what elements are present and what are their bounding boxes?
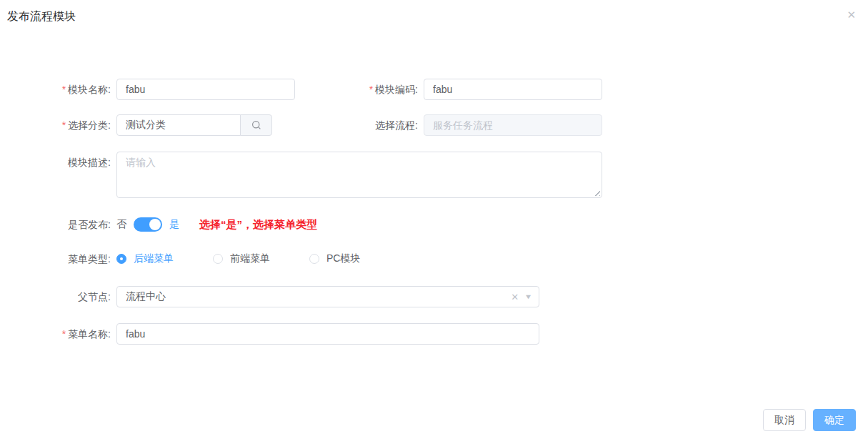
category-label: *选择分类: bbox=[0, 114, 116, 136]
radio-unselected-icon bbox=[213, 254, 223, 264]
radio-unselected-icon bbox=[309, 254, 319, 264]
radio-frontend-menu[interactable]: 前端菜单 bbox=[213, 252, 289, 265]
publish-module-dialog: 发布流程模块 ✕ *模块名称: *模块编码: *选择分类: 选择流程: 模块描述… bbox=[0, 0, 868, 439]
field-module-name: *模块名称: bbox=[0, 79, 295, 100]
radio-backend-menu[interactable]: 后端菜单 bbox=[116, 252, 193, 265]
cancel-button[interactable]: 取消 bbox=[763, 409, 806, 431]
field-parent-node: 父节点: 流程中心 ✕ ▼ bbox=[0, 286, 539, 307]
category-input-group bbox=[116, 114, 272, 136]
description-textarea[interactable] bbox=[116, 152, 602, 198]
radio-selected-icon bbox=[116, 254, 126, 264]
dialog-title: 发布流程模块 bbox=[7, 9, 76, 24]
module-code-input[interactable] bbox=[424, 79, 602, 100]
required-marker: * bbox=[62, 328, 66, 340]
publish-toggle[interactable] bbox=[134, 217, 162, 232]
field-process: 选择流程: bbox=[295, 114, 602, 136]
radio-pc-module[interactable]: PC模块 bbox=[309, 252, 386, 265]
field-module-code: *模块编码: bbox=[295, 79, 602, 100]
category-input[interactable] bbox=[116, 114, 241, 136]
publish-hint-text: 选择“是”，选择菜单类型 bbox=[199, 218, 317, 232]
search-icon bbox=[251, 120, 261, 130]
toggle-on-label: 是 bbox=[169, 218, 179, 231]
field-description: 模块描述: bbox=[0, 152, 602, 198]
module-code-label: *模块编码: bbox=[295, 79, 424, 100]
menu-type-label: 菜单类型: bbox=[0, 252, 116, 266]
category-search-button[interactable] bbox=[240, 114, 272, 136]
field-menu-type: 菜单类型: 后端菜单 前端菜单 PC模块 bbox=[0, 252, 406, 266]
required-marker: * bbox=[62, 84, 66, 95]
dialog-footer: 取消 确定 bbox=[763, 409, 856, 431]
field-category: *选择分类: bbox=[0, 114, 272, 136]
required-marker: * bbox=[62, 119, 66, 131]
confirm-button[interactable]: 确定 bbox=[813, 409, 856, 431]
toggle-knob-icon bbox=[149, 219, 161, 230]
required-marker: * bbox=[369, 84, 373, 95]
module-name-label: *模块名称: bbox=[0, 79, 116, 100]
field-menu-name: *菜单名称: bbox=[0, 323, 539, 345]
module-name-input[interactable] bbox=[116, 79, 295, 100]
parent-node-label: 父节点: bbox=[0, 286, 116, 307]
menu-name-label: *菜单名称: bbox=[0, 323, 116, 345]
clear-icon[interactable]: ✕ bbox=[511, 292, 519, 302]
parent-node-select[interactable]: 流程中心 ✕ ▼ bbox=[116, 286, 539, 307]
description-textarea-wrap bbox=[116, 152, 602, 198]
field-publish: 是否发布: 否 是 选择“是”，选择菜单类型 bbox=[0, 217, 317, 232]
process-label: 选择流程: bbox=[295, 114, 424, 136]
process-input bbox=[424, 114, 602, 136]
chevron-down-icon[interactable]: ▼ bbox=[524, 293, 533, 300]
description-label: 模块描述: bbox=[0, 152, 116, 173]
parent-node-value: 流程中心 bbox=[126, 290, 511, 303]
publish-label: 是否发布: bbox=[0, 214, 116, 235]
close-icon[interactable]: ✕ bbox=[847, 9, 856, 20]
menu-name-input[interactable] bbox=[116, 323, 539, 345]
toggle-off-label: 否 bbox=[116, 218, 126, 231]
